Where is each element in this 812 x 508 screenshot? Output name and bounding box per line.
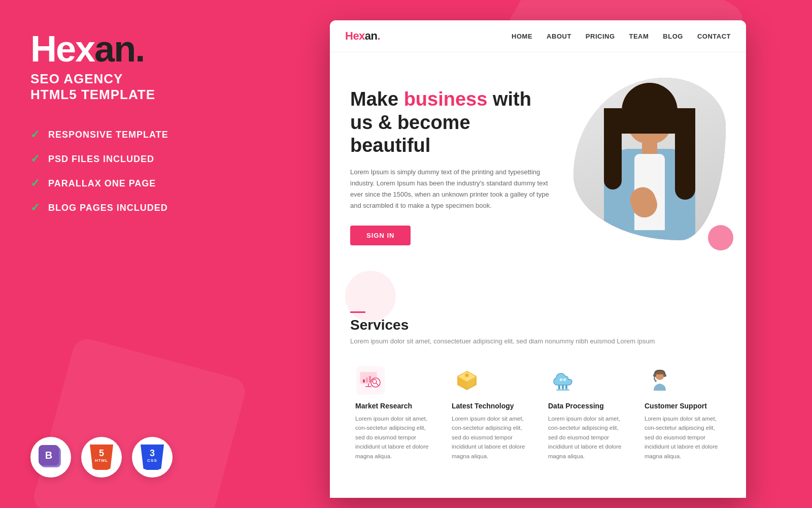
logo-dot: . xyxy=(135,28,144,69)
nav-link-blog[interactable]: BLOG xyxy=(663,33,683,40)
hero-blob xyxy=(573,78,726,240)
feature-item: ✓ PSD FILES INCLUDED xyxy=(30,152,254,166)
svg-rect-15 xyxy=(558,385,560,389)
spacer-section xyxy=(330,266,746,296)
svg-point-24 xyxy=(655,380,657,382)
feature-label: PSD FILES INCLUDED xyxy=(48,154,154,165)
service-card-latest-technology: Latest Technology Lorem ipsum dolor sit … xyxy=(447,360,533,466)
hero-heading-part3: us & become beautiful xyxy=(350,112,470,156)
main-nav: HOME ABOUT PRICING TEAM BLOG CONTACT xyxy=(512,31,731,41)
service-desc-market-research: Lorem ipsum dolor sit amet, con-sectetur… xyxy=(355,414,431,461)
svg-rect-19 xyxy=(560,378,562,381)
right-panel: Hexan. HOME ABOUT PRICING TEAM BLOG CONT… xyxy=(284,0,812,508)
logo-an: an xyxy=(94,28,135,69)
feature-item: ✓ BLOG PAGES INCLUDED xyxy=(30,201,254,214)
features-list: ✓ RESPONSIVE TEMPLATE ✓ PSD FILES INCLUD… xyxy=(30,128,254,214)
hero-heading: Make business with us & become beautiful xyxy=(350,88,553,157)
nav-links: HOME ABOUT PRICING TEAM BLOG CONTACT xyxy=(512,31,731,41)
left-logo: Hexan. xyxy=(30,30,254,67)
logo-dot: . xyxy=(378,29,381,42)
service-desc-latest-technology: Lorem ipsum dolor sit amet, con-sectetur… xyxy=(452,414,528,461)
feature-item: ✓ RESPONSIVE TEMPLATE xyxy=(30,128,254,141)
browser-mockup: Hexan. HOME ABOUT PRICING TEAM BLOG CONT… xyxy=(330,20,746,498)
svg-point-22 xyxy=(653,374,656,377)
left-tagline: SEO AGENCY HTML5 TEMPLATE xyxy=(30,71,254,103)
nav-item-blog[interactable]: BLOG xyxy=(663,31,683,41)
services-description: Lorem ipsum dolor sit amet, consectetuer… xyxy=(350,337,726,345)
svg-rect-20 xyxy=(563,378,566,381)
pink-decoration xyxy=(345,271,396,322)
check-icon: ✓ xyxy=(30,128,40,141)
hero-section: Make business with us & become beautiful… xyxy=(330,52,746,266)
service-name-data-processing: Data Processing xyxy=(548,402,624,410)
browser-navbar: Hexan. HOME ABOUT PRICING TEAM BLOG CONT… xyxy=(330,20,746,52)
sign-in-button[interactable]: SIGN IN xyxy=(350,226,411,245)
svg-rect-2 xyxy=(363,379,365,383)
nav-item-pricing[interactable]: PRICING xyxy=(586,31,615,41)
svg-rect-3 xyxy=(366,377,368,383)
site-logo: Hexan. xyxy=(345,29,380,43)
blob-accent-circle xyxy=(708,225,733,250)
nav-item-home[interactable]: HOME xyxy=(512,31,532,41)
hero-description: Lorem Ipsum is simply dummy text of the … xyxy=(350,167,553,211)
tech-icons: B 5 HTML 3 CSS xyxy=(30,437,254,478)
logo-an: an xyxy=(365,29,378,42)
hero-heading-highlight: business xyxy=(404,88,488,110)
check-icon: ✓ xyxy=(30,152,40,166)
bootstrap-icon: B xyxy=(30,437,71,478)
svg-point-23 xyxy=(663,374,666,377)
check-icon: ✓ xyxy=(30,201,40,214)
nav-item-contact[interactable]: CONTACT xyxy=(697,31,731,41)
nav-link-pricing[interactable]: PRICING xyxy=(586,33,615,40)
services-section: Services Lorem ipsum dolor sit amet, con… xyxy=(330,296,746,481)
left-panel: Hexan. SEO AGENCY HTML5 TEMPLATE ✓ RESPO… xyxy=(0,0,284,508)
service-card-market-research: Market Research Lorem ipsum dolor sit am… xyxy=(350,360,436,466)
service-card-data-processing: Data Processing Lorem ipsum dolor sit am… xyxy=(543,360,629,466)
latest-technology-icon xyxy=(452,365,482,396)
logo-hex: Hex xyxy=(345,29,365,42)
hero-heading-part2: with xyxy=(487,88,531,110)
nav-link-home[interactable]: HOME xyxy=(512,33,532,40)
services-grid: Market Research Lorem ipsum dolor sit am… xyxy=(350,360,726,466)
data-processing-icon xyxy=(548,365,579,396)
svg-rect-16 xyxy=(562,385,564,389)
tagline-line1: SEO AGENCY xyxy=(30,71,254,87)
service-card-customer-support: Customer Support Lorem ipsum dolor sit a… xyxy=(639,360,726,466)
service-name-market-research: Market Research xyxy=(355,402,431,410)
customer-support-icon xyxy=(645,365,675,396)
svg-rect-18 xyxy=(556,389,569,391)
service-name-latest-technology: Latest Technology xyxy=(452,402,528,410)
hero-heading-part1: Make xyxy=(350,88,404,110)
feature-label: PARALLAX ONE PAGE xyxy=(48,178,156,189)
feature-label: BLOG PAGES INCLUDED xyxy=(48,203,168,213)
service-name-customer-support: Customer Support xyxy=(645,402,721,410)
logo-hex: Hex xyxy=(30,28,94,69)
hero-image-container xyxy=(563,78,726,250)
css3-icon: 3 CSS xyxy=(132,437,173,478)
services-title: Services xyxy=(350,317,726,333)
market-research-icon xyxy=(355,365,386,396)
nav-link-team[interactable]: TEAM xyxy=(629,33,649,40)
service-desc-data-processing: Lorem ipsum dolor sit amet, con-sectetur… xyxy=(548,414,624,461)
svg-rect-4 xyxy=(369,376,371,383)
feature-item: ✓ PARALLAX ONE PAGE xyxy=(30,177,254,190)
hero-text: Make business with us & become beautiful… xyxy=(350,78,553,245)
nav-link-contact[interactable]: CONTACT xyxy=(697,33,731,40)
html5-icon: 5 HTML xyxy=(81,437,122,478)
svg-rect-17 xyxy=(565,385,567,389)
nav-item-about[interactable]: ABOUT xyxy=(547,31,571,41)
nav-item-team[interactable]: TEAM xyxy=(629,31,649,41)
tagline-line2: HTML5 TEMPLATE xyxy=(30,87,254,103)
feature-label: RESPONSIVE TEMPLATE xyxy=(48,130,168,140)
nav-link-about[interactable]: ABOUT xyxy=(547,33,571,40)
check-icon: ✓ xyxy=(30,177,40,190)
service-desc-customer-support: Lorem ipsum dolor sit amet, con-sectetur… xyxy=(645,414,721,461)
